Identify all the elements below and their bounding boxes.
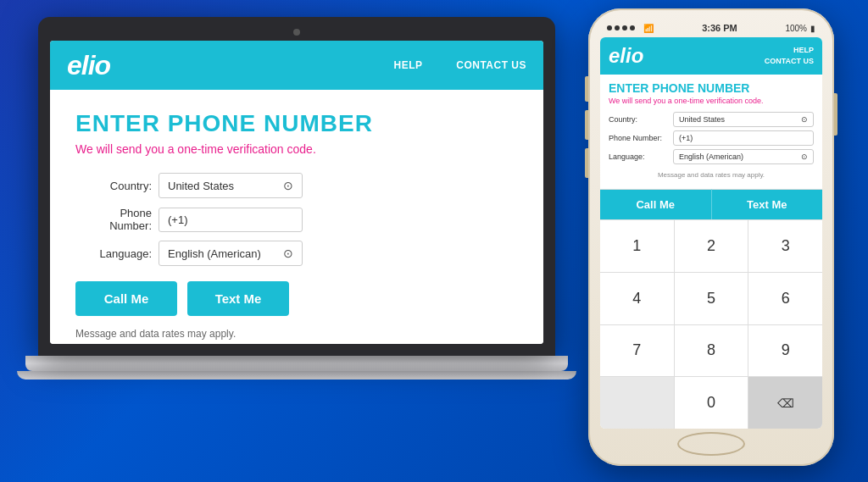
phone-subtitle: We will send you a one-time verification…: [609, 97, 814, 105]
language-arrow-icon: ⊙: [801, 152, 808, 161]
phone-side-btn-right: [834, 93, 837, 136]
laptop-button-row: Call Me Text Me: [75, 281, 518, 316]
keypad-4[interactable]: 4: [600, 272, 675, 324]
laptop-navbar: elio HELP CONTACT US: [50, 41, 543, 90]
laptop-call-button[interactable]: Call Me: [75, 281, 177, 316]
keypad-3[interactable]: 3: [748, 219, 822, 272]
laptop-help-link[interactable]: HELP: [394, 59, 423, 71]
phone-content: ENTER PHONE NUMBER We will send you a on…: [600, 75, 822, 189]
phone-body: 📶 3:36 PM 100% ▮ elio HELP CONTACT US EN…: [588, 8, 834, 466]
phone-language-label: Language:: [609, 152, 670, 161]
signal-dot-2: [615, 25, 620, 30]
phone: 📶 3:36 PM 100% ▮ elio HELP CONTACT US EN…: [588, 8, 834, 466]
keypad-row-3: 7 8 9: [600, 324, 822, 377]
laptop-base: [25, 356, 568, 371]
phone-phone-label: Phone Number:: [609, 134, 670, 142]
signal-dot-1: [607, 25, 612, 30]
keypad-6[interactable]: 6: [748, 272, 822, 324]
phone-call-button[interactable]: Call Me: [600, 189, 712, 219]
phone-keypad: Call Me Text Me 1 2 3 4 5 6 7: [600, 189, 822, 429]
laptop-subtitle: We will send you a one-time verification…: [75, 142, 518, 156]
phone-battery: 100% ▮: [785, 24, 815, 33]
phone-country-label: Country:: [609, 115, 670, 124]
phone-navbar: elio HELP CONTACT US: [600, 37, 822, 75]
laptop-phone-row: Phone Number: (+1): [75, 207, 518, 232]
phone-screen: elio HELP CONTACT US ENTER PHONE NUMBER …: [600, 37, 822, 429]
signal-dot-3: [622, 25, 627, 30]
laptop-country-label: Country:: [75, 180, 152, 192]
phone-disclaimer: Message and data rates may apply.: [609, 168, 814, 182]
wifi-icon: 📶: [643, 24, 654, 33]
keypad-empty: [600, 376, 675, 429]
phone-home-button[interactable]: [677, 432, 745, 456]
keypad-1[interactable]: 1: [600, 219, 675, 272]
phone-side-btn-vol-down: [585, 148, 588, 178]
keypad-row-1: 1 2 3: [600, 219, 822, 272]
laptop-country-input[interactable]: United States: [159, 173, 303, 198]
laptop-disclaimer: Message and data rates may apply.: [75, 328, 518, 340]
phone-text-button[interactable]: Text Me: [712, 189, 823, 219]
laptop-camera: [293, 29, 300, 36]
laptop-heading: ENTER PHONE NUMBER: [75, 110, 518, 137]
phone-language-row: Language: English (American) ⊙: [609, 149, 814, 164]
keypad-row-2: 4 5 6: [600, 272, 822, 324]
phone-signal-dots: 📶: [607, 20, 654, 36]
laptop-phone-input[interactable]: (+1): [159, 208, 303, 232]
laptop-content: ENTER PHONE NUMBER We will send you a on…: [50, 90, 543, 344]
phone-contact-link[interactable]: CONTACT US: [765, 56, 814, 67]
keypad-5[interactable]: 5: [675, 272, 749, 324]
keypad-delete[interactable]: ⌫: [748, 376, 822, 429]
laptop-country-row: Country: United States: [75, 173, 518, 198]
phone-phone-row: Phone Number: (+1): [609, 130, 814, 146]
phone-logo: elio: [609, 44, 643, 68]
laptop-body: elio HELP CONTACT US ENTER PHONE NUMBER …: [38, 17, 555, 356]
laptop-text-button[interactable]: Text Me: [187, 281, 289, 316]
laptop-nav-links: HELP CONTACT US: [394, 59, 526, 71]
keypad-8[interactable]: 8: [675, 324, 749, 377]
keypad-0[interactable]: 0: [675, 376, 749, 429]
battery-pct: 100%: [785, 24, 807, 33]
phone-heading: ENTER PHONE NUMBER: [609, 81, 814, 95]
phone-help-link[interactable]: HELP: [765, 45, 814, 56]
laptop-contact-link[interactable]: CONTACT US: [456, 59, 526, 71]
phone-language-input[interactable]: English (American) ⊙: [673, 149, 814, 164]
country-arrow-icon: ⊙: [801, 115, 808, 124]
phone-side-btn-mute: [585, 76, 588, 102]
phone-country-input[interactable]: United States ⊙: [673, 112, 814, 127]
signal-dot-4: [630, 25, 635, 30]
phone-side-btn-vol-up: [585, 110, 588, 140]
laptop-bottom: [17, 371, 576, 380]
laptop-language-label: Language:: [75, 247, 152, 260]
keypad-2[interactable]: 2: [675, 219, 749, 272]
laptop-phone-label: Phone Number:: [75, 207, 152, 232]
phone-nav-links: HELP CONTACT US: [765, 45, 814, 66]
keypad-row-4: 0 ⌫: [600, 376, 822, 429]
keypad-9[interactable]: 9: [748, 324, 822, 377]
phone-phone-input[interactable]: (+1): [673, 130, 814, 146]
keypad-action-row: Call Me Text Me: [600, 189, 822, 219]
laptop-logo: elio: [67, 50, 110, 81]
laptop-language-row: Language: English (American): [75, 241, 518, 266]
phone-status-bar: 📶 3:36 PM 100% ▮: [595, 19, 827, 37]
battery-icon: ▮: [810, 24, 815, 33]
laptop-language-input[interactable]: English (American): [159, 241, 303, 266]
phone-time: 3:36 PM: [702, 23, 737, 33]
laptop-screen: elio HELP CONTACT US ENTER PHONE NUMBER …: [50, 41, 543, 344]
keypad-7[interactable]: 7: [600, 324, 675, 377]
phone-country-row: Country: United States ⊙: [609, 112, 814, 127]
laptop: elio HELP CONTACT US ENTER PHONE NUMBER …: [25, 17, 568, 432]
